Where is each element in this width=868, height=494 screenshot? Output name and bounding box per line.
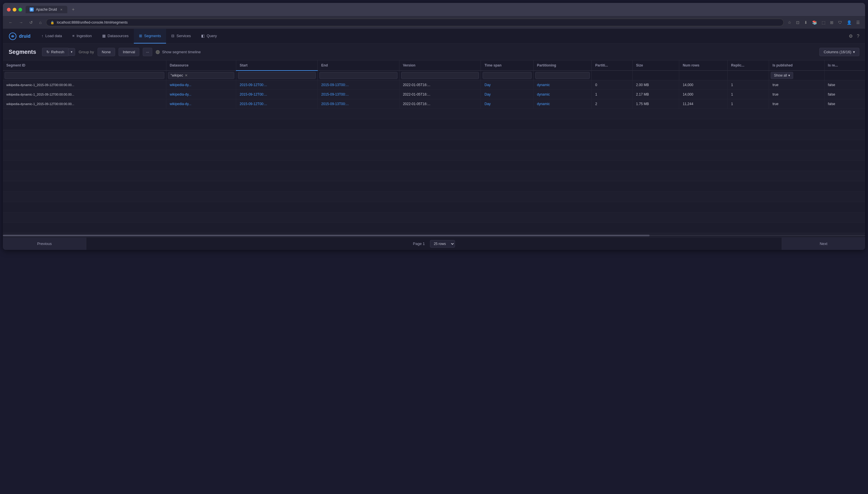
show-all-chevron-icon: ▾ — [788, 73, 790, 77]
refresh-button[interactable]: ↻ Refresh — [42, 48, 69, 56]
rows-per-page-select[interactable]: 25 rows 50 rows 100 rows — [430, 240, 455, 248]
interval-button[interactable]: Interval — [119, 48, 140, 56]
tab-favicon-icon: D — [30, 7, 34, 12]
refresh-dropdown-button[interactable]: ▾ — [68, 48, 75, 56]
segments-table-container: Segment ID Datasource Start End Version — [3, 60, 865, 233]
forward-button[interactable]: → — [17, 19, 25, 26]
time-span-filter-input[interactable] — [483, 72, 531, 79]
datasources-icon: ▦ — [102, 34, 105, 38]
tab-close-button[interactable]: ✕ — [59, 7, 63, 12]
download-icon[interactable]: ⬇ — [803, 19, 809, 26]
datasource-filter-tag: "wikipec ✕ — [168, 72, 234, 79]
scrollbar-thumb[interactable] — [3, 235, 650, 236]
version-filter-input[interactable] — [401, 72, 479, 79]
datasource-link[interactable]: wikipedia-dy... — [170, 83, 191, 87]
browser-tab[interactable]: D Apache Druid ✕ — [26, 6, 67, 13]
empty-row — [3, 140, 865, 150]
cell-start: 2015-09-12T00:... — [236, 80, 318, 90]
timeline-toggle[interactable]: Show segment timeline — [156, 50, 200, 54]
address-bar[interactable]: 🔒 localhost:8888/unified-console.html#se… — [46, 19, 784, 26]
column-header-is-published[interactable]: Is published — [769, 60, 824, 71]
column-header-segment-id[interactable]: Segment ID — [3, 60, 166, 71]
partitioning-filter-input[interactable] — [535, 72, 590, 79]
nav-item-segments[interactable]: ⊞ Segments — [134, 29, 166, 43]
column-header-partition-num[interactable]: Partiti... — [592, 60, 633, 71]
end-link[interactable]: 2015-09-13T00:... — [321, 102, 349, 106]
columns-button[interactable]: Columns (16/16) ▾ — [819, 48, 860, 56]
group-by-none-button[interactable]: None — [98, 48, 115, 56]
shield-icon[interactable]: 🛡 — [837, 19, 843, 26]
end-filter-input[interactable] — [320, 72, 398, 79]
end-link[interactable]: 2015-09-13T00:... — [321, 92, 349, 96]
cell-partitioning: dynamic — [533, 99, 592, 109]
nav-item-services[interactable]: ⊟ Services — [166, 29, 196, 43]
column-header-size[interactable]: Size — [633, 60, 679, 71]
datasource-link[interactable]: wikipedia-dy... — [170, 102, 191, 106]
library-icon[interactable]: 📚 — [811, 19, 818, 26]
sidebar-icon[interactable]: ⬚ — [821, 19, 827, 26]
cell-partition-num: 1 — [592, 90, 633, 99]
grid-icon[interactable]: ⊞ — [829, 19, 835, 26]
nav-item-datasources[interactable]: ▦ Datasources — [97, 29, 134, 43]
column-header-end[interactable]: End — [318, 60, 400, 71]
profile-icon[interactable]: 👤 — [846, 19, 853, 26]
next-page-button[interactable]: Next — [782, 238, 865, 250]
app-content: druid ↑ Load data ≡ Ingestion ▦ Datasour… — [3, 29, 865, 250]
previous-page-button[interactable]: Previous — [3, 238, 86, 250]
column-header-replicas[interactable]: Replic... — [728, 60, 769, 71]
empty-row — [3, 212, 865, 223]
cell-is-published: true — [769, 90, 824, 99]
nav-item-query[interactable]: ◧ Query — [196, 29, 222, 43]
horizontal-scrollbar[interactable] — [3, 233, 865, 237]
column-header-version[interactable]: Version — [399, 60, 481, 71]
close-window-button[interactable] — [7, 8, 11, 12]
reload-button[interactable]: ↺ — [27, 19, 35, 26]
start-link[interactable]: 2015-09-12T00:... — [240, 102, 267, 106]
bookmark-icon[interactable]: ☆ — [787, 19, 793, 26]
column-header-time-span[interactable]: Time span — [481, 60, 533, 71]
new-tab-button[interactable]: + — [71, 6, 76, 13]
filter-tag-value: "wikipec — [171, 73, 183, 77]
column-header-is-realtime[interactable]: Is re... — [824, 60, 865, 71]
help-icon[interactable]: ? — [857, 34, 860, 39]
pocket-icon[interactable]: ⊡ — [795, 19, 801, 26]
nav-right-actions: ⚙ ? — [849, 33, 865, 39]
datasource-link[interactable]: wikipedia-dy... — [170, 92, 191, 96]
start-link[interactable]: 2015-09-12T00:... — [240, 83, 267, 87]
start-filter-input[interactable] — [238, 72, 316, 79]
start-link[interactable]: 2015-09-12T00:... — [240, 92, 267, 96]
cell-replicas: 1 — [728, 80, 769, 90]
column-header-start[interactable]: Start — [236, 60, 318, 71]
more-options-button[interactable]: ··· — [143, 48, 152, 56]
home-button[interactable]: ⌂ — [37, 19, 43, 26]
table-row: wikipedia-dynamic-1_2015-09-12T00:00:00.… — [3, 90, 865, 99]
scrollbar-track — [3, 235, 865, 236]
cell-size: 2.00 MB — [633, 80, 679, 90]
maximize-window-button[interactable] — [18, 8, 22, 12]
cell-end: 2015-09-13T00:... — [318, 90, 400, 99]
cell-is-realtime: false — [824, 80, 865, 90]
cell-version: 2022-01-05T16:... — [399, 90, 481, 99]
cell-start: 2015-09-12T00:... — [236, 99, 318, 109]
logo-text: druid — [19, 34, 31, 39]
end-link[interactable]: 2015-09-13T00:... — [321, 83, 349, 87]
show-all-button[interactable]: Show all ▾ — [771, 72, 793, 79]
filter-tag-remove-button[interactable]: ✕ — [185, 73, 188, 77]
back-button[interactable]: ← — [7, 19, 14, 26]
column-header-datasource[interactable]: Datasource — [166, 60, 236, 71]
ingestion-icon: ≡ — [72, 34, 75, 38]
services-icon: ⊟ — [171, 34, 174, 38]
column-header-partitioning[interactable]: Partitioning — [533, 60, 592, 71]
settings-icon[interactable]: ⚙ — [849, 33, 853, 39]
nav-items: ↑ Load data ≡ Ingestion ▦ Datasources ⊞ … — [36, 29, 222, 43]
segment-id-filter-input[interactable] — [5, 72, 164, 79]
menu-icon[interactable]: ☰ — [855, 19, 861, 26]
empty-row — [3, 223, 865, 233]
nav-item-ingestion[interactable]: ≡ Ingestion — [67, 29, 97, 43]
nav-item-label: Load data — [45, 34, 62, 38]
empty-row — [3, 182, 865, 192]
minimize-window-button[interactable] — [13, 8, 16, 12]
nav-item-load-data[interactable]: ↑ Load data — [36, 29, 67, 43]
cell-segment-id: wikipedia-dynamic-1_2015-09-12T00:00:00.… — [3, 99, 166, 109]
column-header-num-rows[interactable]: Num rows — [679, 60, 728, 71]
